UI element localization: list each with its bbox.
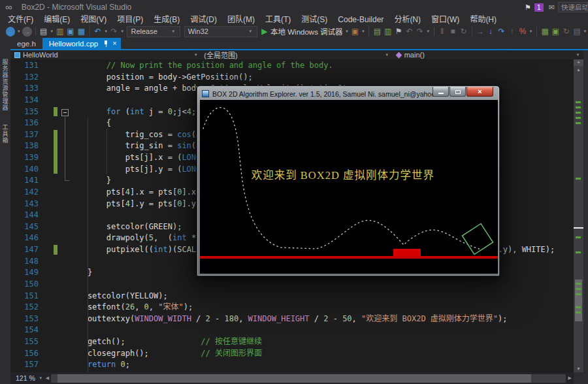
- popup-close-button[interactable]: ×: [466, 87, 493, 97]
- code-segment: [69, 360, 88, 369]
- show-next-statement-button[interactable]: →: [475, 25, 485, 37]
- navigate-forward-button[interactable]: →: [22, 27, 31, 37]
- menu-item-4[interactable]: 项目(P): [112, 14, 148, 25]
- editor-bottom-bar: 121 % ▾ ◀ ▶: [10, 372, 574, 384]
- bookmark-prev-button[interactable]: ↶: [404, 25, 414, 37]
- horizontal-scrollbar[interactable]: [51, 374, 565, 383]
- menu-item-9[interactable]: 测试(S): [296, 14, 333, 25]
- menu-item-7[interactable]: 团队(M): [222, 14, 260, 25]
- code-navigation-bar: HelloWorld ▾ (全局范围) ▾ main() ▾: [10, 50, 583, 59]
- menu-item-2[interactable]: 编辑(E): [39, 14, 75, 25]
- debug-target-caret-icon[interactable]: ▾: [344, 29, 350, 34]
- popup-maximize-button[interactable]: [449, 87, 466, 97]
- attach-dropdown-icon[interactable]: ▾: [361, 29, 367, 34]
- refresh-button[interactable]: ↻: [561, 25, 572, 37]
- tab-helloworld-cpp[interactable]: Helloworld.cpp ×: [42, 38, 121, 49]
- build-project-button[interactable]: ▤: [372, 25, 382, 37]
- code-line-132[interactable]: 132 position = body->GetPosition();: [10, 72, 574, 84]
- sidebar-tab-toolbox[interactable]: 工具箱: [1, 121, 10, 146]
- popup-minimize-button[interactable]: [433, 87, 449, 97]
- project-scope-combo[interactable]: HelloWorld ▾: [10, 50, 201, 59]
- breakpoints-window-button[interactable]: %: [517, 25, 528, 37]
- code-line-131[interactable]: 131 // Now print the position and angle …: [10, 60, 574, 72]
- new-file-dropdown-icon[interactable]: ▾: [49, 29, 55, 34]
- misc-tool-button[interactable]: ▤: [572, 25, 582, 37]
- code-line-156[interactable]: 156 closegraph(); // 关闭图形界面: [10, 348, 574, 360]
- debug-target-label[interactable]: 本地 Windows 调试器: [270, 26, 343, 37]
- toolbar-overflow-icon[interactable]: ▾: [582, 29, 588, 34]
- save-button[interactable]: ▣: [65, 25, 76, 37]
- redo-button[interactable]: ↷: [108, 25, 119, 37]
- menu-item-13[interactable]: 帮助(H): [465, 14, 502, 25]
- notifications-flag-icon[interactable]: ⚑: [525, 3, 531, 12]
- scroll-right-icon[interactable]: ▶: [566, 376, 574, 381]
- zoom-dropdown-icon[interactable]: ▾: [38, 376, 44, 381]
- editor-zoom-control[interactable]: 121 %: [10, 374, 38, 382]
- code-line-157[interactable]: 157 return 0;: [10, 359, 574, 371]
- scroll-down-icon[interactable]: ▼: [574, 365, 583, 372]
- stop-debugging-button[interactable]: ■: [448, 25, 458, 37]
- scope-combo-caret-icon: ▾: [384, 52, 390, 57]
- break-all-button[interactable]: ‖: [437, 25, 448, 37]
- redo-dropdown-icon[interactable]: ▾: [120, 29, 125, 34]
- build-solution-button[interactable]: ▥: [383, 25, 393, 37]
- code-segment: sin: [177, 141, 191, 150]
- splitter-handle-icon[interactable]: +: [574, 59, 583, 66]
- bookmark-next-button[interactable]: ↷: [415, 25, 425, 37]
- solution-configuration-combo[interactable]: Release ▾: [127, 26, 180, 37]
- menu-item-12[interactable]: 窗口(W): [426, 14, 465, 25]
- open-file-button[interactable]: ▥: [54, 25, 65, 37]
- step-into-button[interactable]: ↓: [485, 25, 496, 37]
- member-scope-combo[interactable]: main() ▾: [393, 50, 583, 59]
- vertical-scrollbar[interactable]: + ▲ ▼: [574, 59, 583, 372]
- tab-close-icon[interactable]: ×: [112, 38, 116, 49]
- start-debugging-button[interactable]: ▶: [259, 25, 270, 37]
- code-segment: 0: [144, 302, 149, 312]
- code-segment: {: [69, 118, 111, 127]
- scroll-left-icon[interactable]: ◀: [44, 376, 51, 381]
- step-out-button[interactable]: ↑: [507, 25, 517, 37]
- menu-item-5[interactable]: 生成(B): [148, 14, 185, 25]
- menu-item-8[interactable]: 工具(T): [260, 14, 296, 25]
- notification-count-badge[interactable]: 1: [534, 3, 544, 12]
- box2d-explorer-window[interactable]: BOX 2D Algorithm Explorer. ver 1.5, 2016…: [197, 86, 500, 276]
- fold-collapse-icon[interactable]: [61, 109, 69, 116]
- code-line-151[interactable]: 151 setcolor(YELLOW);: [10, 291, 574, 302]
- vertical-scroll-thumb[interactable]: [575, 280, 582, 321]
- quick-watch-button[interactable]: ▣: [550, 25, 561, 37]
- code-line-152[interactable]: 152 setfont(26, 0, "宋体");: [10, 302, 574, 313]
- bookmark-button[interactable]: ⚑: [393, 25, 404, 37]
- horizontal-scroll-thumb[interactable]: [57, 374, 531, 383]
- scrollbar-change-mark: [576, 101, 581, 103]
- pin-icon[interactable]: [103, 40, 108, 47]
- code-line-154[interactable]: 154: [10, 325, 574, 336]
- debug-windows-dropdown-icon[interactable]: ▾: [528, 29, 534, 34]
- feedback-icon[interactable]: ✉: [549, 3, 555, 12]
- undo-dropdown-icon[interactable]: ▾: [103, 29, 109, 34]
- type-scope-combo[interactable]: (全局范围) ▾: [201, 50, 392, 59]
- menu-item-6[interactable]: 调试(D): [185, 14, 222, 25]
- code-line-153[interactable]: 153 outtextxy(WINDOW_WIDTH / 2 - 180, WI…: [10, 313, 574, 325]
- indent-guide: [106, 129, 107, 174]
- quick-launch-box[interactable]: 快速启动: [558, 2, 588, 12]
- new-file-button[interactable]: ▤: [38, 25, 48, 37]
- tab-ege-h[interactable]: ege.h: [10, 38, 42, 49]
- navigate-back-dropdown-icon[interactable]: ▾: [16, 29, 22, 34]
- save-all-button[interactable]: ▦: [76, 25, 86, 37]
- solution-platform-combo[interactable]: Win32 ▾: [184, 26, 257, 37]
- menu-item-11[interactable]: 分析(N): [389, 14, 426, 25]
- menu-item-3[interactable]: 视图(V): [75, 14, 112, 25]
- restart-button[interactable]: ↻: [458, 25, 468, 37]
- step-over-button[interactable]: ↷: [496, 25, 506, 37]
- bookmark-dropdown-icon[interactable]: ▾: [425, 29, 431, 34]
- attach-to-process-button[interactable]: ▣: [350, 25, 360, 37]
- code-line-155[interactable]: 155 getch(); // 按任意键继续: [10, 336, 574, 348]
- code-line-150[interactable]: 150: [10, 279, 574, 291]
- menu-item-1[interactable]: 文件(F): [3, 14, 39, 25]
- navigate-back-button[interactable]: ←: [6, 27, 15, 37]
- undo-button[interactable]: ↶: [92, 25, 103, 37]
- scroll-up-icon[interactable]: ▲: [574, 66, 583, 73]
- menu-item-10[interactable]: Code-Builder: [333, 14, 389, 25]
- add-watch-button[interactable]: ▦: [540, 25, 550, 37]
- sidebar-tab-server-explorer[interactable]: 服务器资源管理器: [1, 56, 10, 114]
